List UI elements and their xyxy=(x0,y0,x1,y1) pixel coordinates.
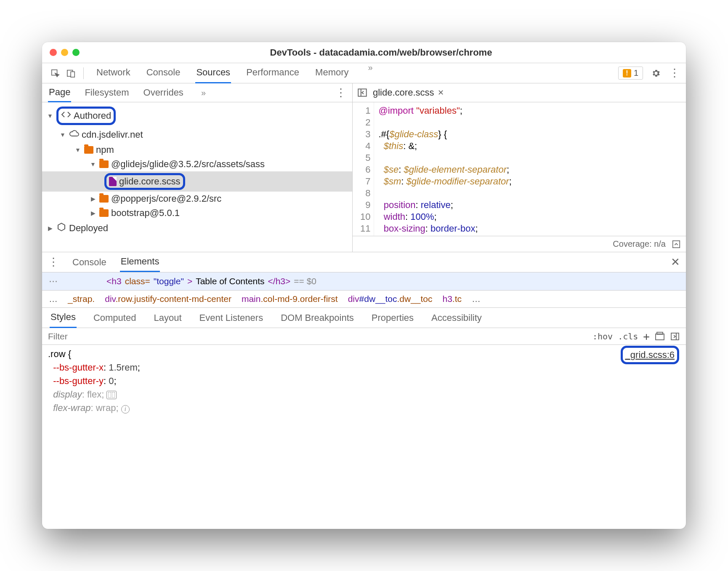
main-toolbar: Network Console Sources Performance Memo… xyxy=(42,63,686,83)
tree-label: cdn.jsdelivr.net xyxy=(82,129,143,140)
folder-icon xyxy=(99,195,109,203)
styles-tab-a11y[interactable]: Accessibility xyxy=(430,308,483,328)
drawer-tab-console[interactable]: Console xyxy=(72,253,107,272)
styles-rules[interactable]: _grid.scss:6 .row { --bs-gutter-x: 1.5re… xyxy=(42,345,686,417)
separator xyxy=(83,67,84,79)
tree-popper[interactable]: ▶ @popperjs/core@2.9.2/src xyxy=(42,192,352,206)
disclosure-icon[interactable]: ▼ xyxy=(89,161,97,168)
styles-tab-listeners[interactable]: Event Listeners xyxy=(199,308,264,328)
toggle-navigator-icon[interactable] xyxy=(357,87,368,98)
editor-filename: glide.core.scss xyxy=(373,87,434,98)
folder-icon xyxy=(99,160,109,168)
navigator-more-icon[interactable]: » xyxy=(201,88,206,98)
styles-tab-breakpoints[interactable]: DOM Breakpoints xyxy=(280,308,355,328)
styles-filter-input[interactable] xyxy=(48,331,587,342)
computed-toggle-icon[interactable] xyxy=(655,331,665,342)
collapse-icon[interactable] xyxy=(672,240,681,249)
drawer-menu-icon[interactable]: ⋮ xyxy=(48,256,59,269)
minimize-window-icon[interactable] xyxy=(61,49,68,56)
disclosure-icon[interactable]: ▶ xyxy=(89,195,97,202)
kebab-menu-icon[interactable]: ⋮ xyxy=(669,67,680,80)
editor-tabs: glide.core.scss ✕ xyxy=(353,83,686,102)
tab-performance[interactable]: Performance xyxy=(245,63,300,83)
disclosure-icon[interactable]: ▶ xyxy=(46,225,54,232)
panel-tabs: Network Console Sources Performance Memo… xyxy=(96,63,373,83)
tab-memory[interactable]: Memory xyxy=(314,63,349,83)
info-icon[interactable]: i xyxy=(121,405,130,414)
tree-label: @popperjs/core@2.9.2/src xyxy=(111,193,221,204)
settings-icon[interactable] xyxy=(649,66,663,80)
new-rule-icon[interactable]: + xyxy=(643,330,650,343)
code-icon xyxy=(61,109,71,122)
disclosure-icon[interactable]: ▼ xyxy=(59,131,66,138)
folder-icon xyxy=(84,146,93,154)
editor-tab[interactable]: glide.core.scss ✕ xyxy=(373,87,444,98)
code-content: @import "variables"; .#{$glide-class} { … xyxy=(374,102,515,236)
devtools-window: DevTools - datacadamia.com/web/browser/c… xyxy=(42,42,686,529)
cube-icon xyxy=(56,222,66,235)
tree-label: Authored xyxy=(74,110,111,121)
styles-tab-styles[interactable]: Styles xyxy=(50,307,77,328)
tab-network[interactable]: Network xyxy=(96,63,131,83)
inspect-element-icon[interactable] xyxy=(48,66,62,80)
folder-icon xyxy=(99,209,109,217)
annotation-highlight: glide.core.scss xyxy=(104,173,185,190)
warning-icon: ! xyxy=(623,69,631,77)
tree-bootstrap[interactable]: ▶ bootstrap@5.0.1 xyxy=(42,206,352,220)
breadcrumb[interactable]: … _strap. div.row.justify-content-md-cen… xyxy=(42,290,686,308)
titlebar: DevTools - datacadamia.com/web/browser/c… xyxy=(42,42,686,63)
svg-rect-5 xyxy=(673,240,680,248)
navigator-tab-page[interactable]: Page xyxy=(48,83,71,102)
toolbar-right: ! 1 ⋮ xyxy=(618,66,680,80)
device-toolbar-icon[interactable] xyxy=(64,66,78,80)
tree-file-selected[interactable]: glide.core.scss xyxy=(42,171,352,192)
tree-npm[interactable]: ▼ npm xyxy=(42,143,352,157)
coverage-bar: Coverage: n/a xyxy=(353,236,686,252)
tree-glidejs[interactable]: ▼ @glidejs/glide@3.5.2/src/assets/sass xyxy=(42,157,352,171)
tree-label: glide.core.scss xyxy=(119,176,181,187)
issues-badge[interactable]: ! 1 xyxy=(618,67,643,80)
more-tabs-icon[interactable]: » xyxy=(368,63,373,83)
close-drawer-icon[interactable]: ✕ xyxy=(671,256,680,269)
svg-rect-7 xyxy=(657,332,663,334)
tree-deployed[interactable]: ▶ Deployed xyxy=(42,220,352,236)
css-selector: .row { xyxy=(48,347,680,361)
tree-label: bootstrap@5.0.1 xyxy=(111,208,180,219)
selected-element[interactable]: ⋯ <h3 class="toggle">Table of Contents</… xyxy=(42,272,686,290)
navigator-pane: Page Filesystem Overrides » ⋮ ▼ Authored… xyxy=(42,83,353,252)
issues-count: 1 xyxy=(634,68,638,78)
cls-toggle[interactable]: .cls xyxy=(618,331,638,342)
styles-tab-properties[interactable]: Properties xyxy=(371,308,414,328)
navigator-tab-overrides[interactable]: Overrides xyxy=(143,84,184,101)
close-window-icon[interactable] xyxy=(50,49,57,56)
tree-domain[interactable]: ▼ cdn.jsdelivr.net xyxy=(42,127,352,143)
sidebar-toggle-icon[interactable] xyxy=(670,331,680,342)
svg-rect-2 xyxy=(71,72,74,77)
code-editor[interactable]: 1234567891011 @import "variables"; .#{$g… xyxy=(353,102,686,236)
cloud-icon xyxy=(69,128,79,141)
disclosure-icon[interactable]: ▼ xyxy=(46,112,54,119)
navigator-tab-filesystem[interactable]: Filesystem xyxy=(84,84,130,101)
drawer-tab-elements[interactable]: Elements xyxy=(120,252,160,272)
close-tab-icon[interactable]: ✕ xyxy=(438,88,444,97)
flex-badge-icon[interactable] xyxy=(106,391,117,399)
hov-toggle[interactable]: :hov xyxy=(592,331,613,342)
sources-split: Page Filesystem Overrides » ⋮ ▼ Authored… xyxy=(42,83,686,252)
window-title: DevTools - datacadamia.com/web/browser/c… xyxy=(84,47,678,58)
tab-console[interactable]: Console xyxy=(146,63,181,83)
tree-authored[interactable]: ▼ Authored xyxy=(42,105,352,127)
coverage-label: Coverage: n/a xyxy=(613,239,666,249)
styles-tabs: Styles Computed Layout Event Listeners D… xyxy=(42,308,686,328)
source-link[interactable]: _grid.scss:6 xyxy=(625,348,675,362)
drawer-tabs: ⋮ Console Elements ✕ xyxy=(42,252,686,272)
line-numbers: 1234567891011 xyxy=(353,102,374,236)
styles-tab-computed[interactable]: Computed xyxy=(93,308,137,328)
navigator-menu-icon[interactable]: ⋮ xyxy=(335,86,346,99)
disclosure-icon[interactable]: ▶ xyxy=(89,210,97,216)
tab-sources[interactable]: Sources xyxy=(195,63,231,83)
disclosure-icon[interactable]: ▼ xyxy=(74,147,82,153)
styles-filter-bar: :hov .cls + xyxy=(42,328,686,345)
maximize-window-icon[interactable] xyxy=(72,49,80,56)
styles-tab-layout[interactable]: Layout xyxy=(153,308,182,328)
tree-label: npm xyxy=(96,144,114,155)
